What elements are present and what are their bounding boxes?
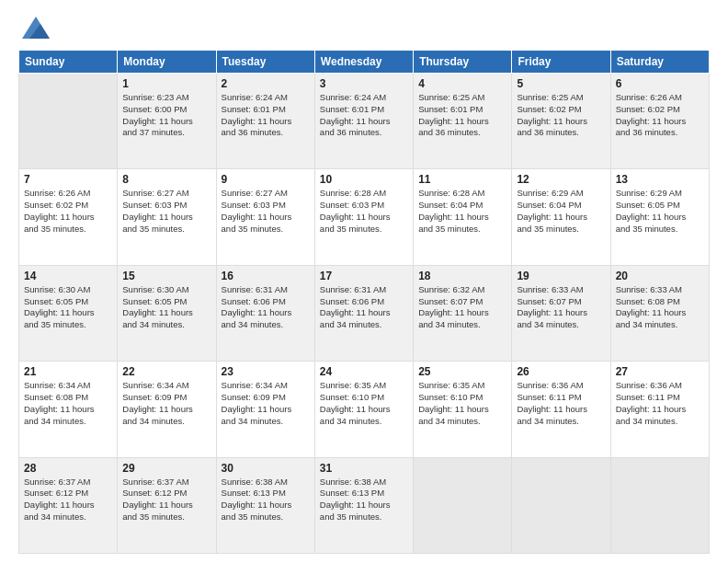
calendar: SundayMondayTuesdayWednesdayThursdayFrid… — [18, 50, 710, 554]
calendar-cell: 24Sunrise: 6:35 AM Sunset: 6:10 PM Dayli… — [314, 362, 413, 457]
day-number: 2 — [222, 77, 310, 90]
calendar-week-row: 14Sunrise: 6:30 AM Sunset: 6:05 PM Dayli… — [19, 265, 710, 361]
calendar-cell: 29Sunrise: 6:37 AM Sunset: 6:12 PM Dayli… — [118, 457, 216, 553]
day-number: 22 — [122, 365, 210, 378]
day-info: Sunrise: 6:33 AM Sunset: 6:08 PM Dayligh… — [616, 284, 704, 331]
calendar-cell: 9Sunrise: 6:27 AM Sunset: 6:03 PM Daylig… — [216, 169, 314, 265]
day-info: Sunrise: 6:25 AM Sunset: 6:02 PM Dayligh… — [517, 92, 605, 139]
calendar-cell — [414, 457, 512, 553]
day-info: Sunrise: 6:35 AM Sunset: 6:10 PM Dayligh… — [418, 380, 506, 427]
day-number: 29 — [122, 462, 210, 475]
day-info: Sunrise: 6:24 AM Sunset: 6:01 PM Dayligh… — [320, 92, 408, 139]
calendar-cell: 31Sunrise: 6:38 AM Sunset: 6:13 PM Dayli… — [314, 457, 413, 553]
calendar-cell: 12Sunrise: 6:29 AM Sunset: 6:04 PM Dayli… — [512, 169, 610, 265]
calendar-cell: 21Sunrise: 6:34 AM Sunset: 6:08 PM Dayli… — [19, 362, 118, 457]
day-info: Sunrise: 6:31 AM Sunset: 6:06 PM Dayligh… — [222, 284, 310, 331]
day-number: 5 — [517, 77, 605, 90]
calendar-cell — [512, 457, 610, 553]
calendar-cell: 28Sunrise: 6:37 AM Sunset: 6:12 PM Dayli… — [19, 457, 118, 553]
day-info: Sunrise: 6:28 AM Sunset: 6:03 PM Dayligh… — [320, 188, 408, 235]
day-info: Sunrise: 6:25 AM Sunset: 6:01 PM Dayligh… — [418, 92, 506, 139]
day-info: Sunrise: 6:26 AM Sunset: 6:02 PM Dayligh… — [616, 92, 704, 139]
day-number: 30 — [222, 462, 310, 475]
calendar-cell: 2Sunrise: 6:24 AM Sunset: 6:01 PM Daylig… — [216, 74, 314, 169]
day-number: 19 — [517, 270, 605, 282]
day-number: 23 — [222, 365, 310, 378]
day-info: Sunrise: 6:34 AM Sunset: 6:09 PM Dayligh… — [122, 380, 210, 427]
day-number: 10 — [320, 173, 408, 186]
calendar-week-row: 28Sunrise: 6:37 AM Sunset: 6:12 PM Dayli… — [19, 457, 710, 553]
day-number: 25 — [418, 365, 506, 378]
day-number: 21 — [24, 365, 112, 378]
calendar-cell: 7Sunrise: 6:26 AM Sunset: 6:02 PM Daylig… — [19, 169, 118, 265]
calendar-cell: 20Sunrise: 6:33 AM Sunset: 6:08 PM Dayli… — [610, 265, 709, 361]
calendar-cell: 27Sunrise: 6:36 AM Sunset: 6:11 PM Dayli… — [610, 362, 709, 457]
day-info: Sunrise: 6:30 AM Sunset: 6:05 PM Dayligh… — [122, 284, 210, 331]
day-info: Sunrise: 6:29 AM Sunset: 6:04 PM Dayligh… — [517, 188, 605, 235]
day-info: Sunrise: 6:30 AM Sunset: 6:05 PM Dayligh… — [24, 284, 112, 331]
calendar-cell: 14Sunrise: 6:30 AM Sunset: 6:05 PM Dayli… — [19, 265, 118, 361]
day-number: 14 — [24, 270, 112, 282]
page: SundayMondayTuesdayWednesdayThursdayFrid… — [0, 0, 728, 563]
calendar-cell: 5Sunrise: 6:25 AM Sunset: 6:02 PM Daylig… — [512, 74, 610, 169]
calendar-cell: 16Sunrise: 6:31 AM Sunset: 6:06 PM Dayli… — [216, 265, 314, 361]
calendar-cell: 22Sunrise: 6:34 AM Sunset: 6:09 PM Dayli… — [118, 362, 216, 457]
day-info: Sunrise: 6:37 AM Sunset: 6:12 PM Dayligh… — [122, 477, 210, 523]
day-info: Sunrise: 6:27 AM Sunset: 6:03 PM Dayligh… — [222, 188, 310, 235]
day-info: Sunrise: 6:33 AM Sunset: 6:07 PM Dayligh… — [517, 284, 605, 331]
day-info: Sunrise: 6:31 AM Sunset: 6:06 PM Dayligh… — [320, 284, 408, 331]
day-number: 1 — [122, 77, 210, 90]
day-number: 26 — [517, 365, 605, 378]
day-number: 6 — [616, 77, 704, 90]
calendar-cell — [19, 74, 118, 169]
calendar-cell: 11Sunrise: 6:28 AM Sunset: 6:04 PM Dayli… — [414, 169, 512, 265]
weekday-header-sunday: Sunday — [19, 51, 118, 74]
day-info: Sunrise: 6:38 AM Sunset: 6:13 PM Dayligh… — [222, 477, 310, 523]
calendar-cell: 3Sunrise: 6:24 AM Sunset: 6:01 PM Daylig… — [314, 74, 413, 169]
day-info: Sunrise: 6:34 AM Sunset: 6:09 PM Dayligh… — [222, 380, 310, 427]
day-number: 11 — [418, 173, 506, 186]
day-number: 17 — [320, 270, 408, 282]
weekday-header-saturday: Saturday — [610, 51, 709, 74]
day-info: Sunrise: 6:35 AM Sunset: 6:10 PM Dayligh… — [320, 380, 408, 427]
day-info: Sunrise: 6:36 AM Sunset: 6:11 PM Dayligh… — [616, 380, 704, 427]
day-number: 12 — [517, 173, 605, 186]
day-number: 4 — [418, 77, 506, 90]
calendar-cell: 19Sunrise: 6:33 AM Sunset: 6:07 PM Dayli… — [512, 265, 610, 361]
weekday-header-tuesday: Tuesday — [216, 51, 314, 74]
day-info: Sunrise: 6:32 AM Sunset: 6:07 PM Dayligh… — [418, 284, 506, 331]
calendar-cell: 23Sunrise: 6:34 AM Sunset: 6:09 PM Dayli… — [216, 362, 314, 457]
day-number: 31 — [320, 462, 408, 475]
calendar-week-row: 21Sunrise: 6:34 AM Sunset: 6:08 PM Dayli… — [19, 362, 710, 457]
weekday-header-friday: Friday — [512, 51, 610, 74]
day-number: 9 — [222, 173, 310, 186]
day-number: 20 — [616, 270, 704, 282]
day-info: Sunrise: 6:28 AM Sunset: 6:04 PM Dayligh… — [418, 188, 506, 235]
weekday-header-row: SundayMondayTuesdayWednesdayThursdayFrid… — [19, 51, 710, 74]
calendar-week-row: 1Sunrise: 6:23 AM Sunset: 6:00 PM Daylig… — [19, 74, 710, 169]
logo — [18, 17, 50, 40]
calendar-cell — [610, 457, 709, 553]
day-number: 7 — [24, 173, 112, 186]
calendar-cell: 18Sunrise: 6:32 AM Sunset: 6:07 PM Dayli… — [414, 265, 512, 361]
day-info: Sunrise: 6:37 AM Sunset: 6:12 PM Dayligh… — [24, 477, 112, 523]
calendar-cell: 26Sunrise: 6:36 AM Sunset: 6:11 PM Dayli… — [512, 362, 610, 457]
calendar-cell: 30Sunrise: 6:38 AM Sunset: 6:13 PM Dayli… — [216, 457, 314, 553]
day-info: Sunrise: 6:38 AM Sunset: 6:13 PM Dayligh… — [320, 477, 408, 523]
calendar-cell: 10Sunrise: 6:28 AM Sunset: 6:03 PM Dayli… — [314, 169, 413, 265]
day-info: Sunrise: 6:24 AM Sunset: 6:01 PM Dayligh… — [222, 92, 310, 139]
day-info: Sunrise: 6:26 AM Sunset: 6:02 PM Dayligh… — [24, 188, 112, 235]
calendar-cell: 8Sunrise: 6:27 AM Sunset: 6:03 PM Daylig… — [118, 169, 216, 265]
day-info: Sunrise: 6:23 AM Sunset: 6:00 PM Dayligh… — [122, 92, 210, 139]
calendar-cell: 1Sunrise: 6:23 AM Sunset: 6:00 PM Daylig… — [118, 74, 216, 169]
weekday-header-thursday: Thursday — [414, 51, 512, 74]
day-number: 27 — [616, 365, 704, 378]
day-info: Sunrise: 6:27 AM Sunset: 6:03 PM Dayligh… — [122, 188, 210, 235]
day-info: Sunrise: 6:34 AM Sunset: 6:08 PM Dayligh… — [24, 380, 112, 427]
day-number: 16 — [222, 270, 310, 282]
day-number: 15 — [122, 270, 210, 282]
day-number: 8 — [122, 173, 210, 186]
day-number: 18 — [418, 270, 506, 282]
calendar-cell: 13Sunrise: 6:29 AM Sunset: 6:05 PM Dayli… — [610, 169, 709, 265]
weekday-header-wednesday: Wednesday — [314, 51, 413, 74]
